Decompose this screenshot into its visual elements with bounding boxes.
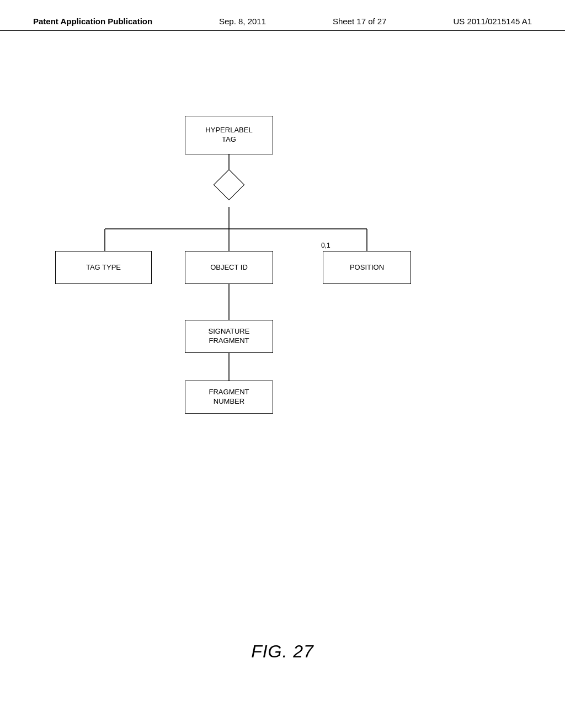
signature-fragment-node: SIGNATUREFRAGMENT [185, 320, 273, 353]
page-header: Patent Application Publication Sep. 8, 2… [0, 0, 565, 31]
hyperlabel-tag-label: HYPERLABELTAG [205, 126, 252, 144]
diamond-shape [214, 169, 245, 201]
publication-label: Patent Application Publication [33, 17, 152, 26]
object-id-label: OBJECT ID [210, 263, 248, 272]
figure-caption: FIG. 27 [251, 641, 314, 662]
multiplicity-label: 0,1 [321, 242, 331, 249]
fragment-number-node: FRAGMENTNUMBER [185, 381, 273, 414]
diagram-lines [0, 88, 565, 518]
position-label: POSITION [350, 263, 384, 272]
tag-type-label: TAG TYPE [86, 263, 121, 272]
signature-fragment-label: SIGNATUREFRAGMENT [209, 327, 250, 346]
object-id-node: OBJECT ID [185, 251, 273, 284]
date-label: Sep. 8, 2011 [219, 17, 266, 26]
sheet-label: Sheet 17 of 27 [333, 17, 387, 26]
hyperlabel-tag-node: HYPERLABELTAG [185, 116, 273, 154]
fragment-number-label: FRAGMENTNUMBER [209, 388, 249, 406]
position-node: POSITION [323, 251, 411, 284]
patent-number: US 2011/0215145 A1 [453, 17, 532, 26]
diagram: HYPERLABELTAG TAG TYPE OBJECT ID POSITIO… [0, 88, 565, 518]
tag-type-node: TAG TYPE [55, 251, 152, 284]
